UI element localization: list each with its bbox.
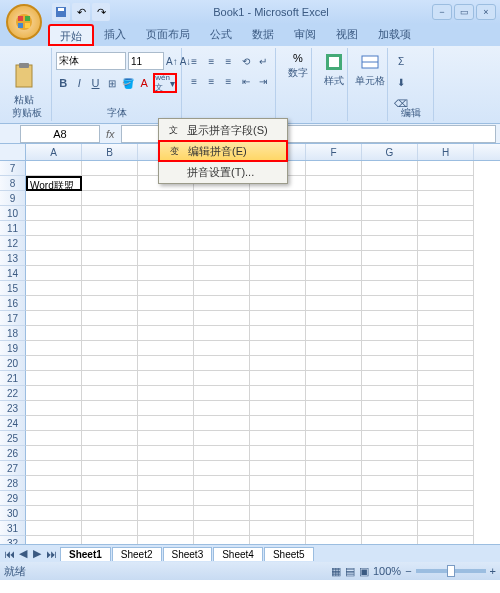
cell[interactable]	[138, 206, 194, 221]
cell[interactable]	[362, 191, 418, 206]
cell[interactable]	[138, 326, 194, 341]
row-header[interactable]: 17	[0, 311, 26, 326]
maximize-button[interactable]: ▭	[454, 4, 474, 20]
cell[interactable]	[362, 281, 418, 296]
cell[interactable]	[418, 461, 474, 476]
redo-icon[interactable]: ↷	[92, 3, 110, 21]
cell[interactable]	[362, 266, 418, 281]
cell[interactable]	[194, 356, 250, 371]
cell[interactable]	[306, 521, 362, 536]
tab-data[interactable]: 数据	[242, 24, 284, 46]
cell[interactable]	[82, 356, 138, 371]
row-header[interactable]: 12	[0, 236, 26, 251]
cell[interactable]	[250, 521, 306, 536]
cell[interactable]	[250, 236, 306, 251]
col-header[interactable]: A	[26, 144, 82, 160]
office-button[interactable]	[6, 4, 42, 40]
cell[interactable]	[250, 491, 306, 506]
underline-button[interactable]: U	[88, 74, 102, 92]
cell[interactable]	[26, 371, 82, 386]
row-header[interactable]: 27	[0, 461, 26, 476]
row-header[interactable]: 28	[0, 476, 26, 491]
cell[interactable]	[82, 266, 138, 281]
next-sheet-icon[interactable]: ▶	[30, 547, 44, 561]
cell[interactable]	[82, 476, 138, 491]
tab-pagelayout[interactable]: 页面布局	[136, 24, 200, 46]
cell[interactable]	[306, 491, 362, 506]
cell[interactable]	[194, 326, 250, 341]
col-header[interactable]: F	[306, 144, 362, 160]
cell[interactable]	[306, 401, 362, 416]
cell[interactable]	[418, 416, 474, 431]
cell[interactable]	[82, 506, 138, 521]
cell[interactable]	[194, 386, 250, 401]
cell[interactable]	[194, 416, 250, 431]
cell[interactable]	[194, 371, 250, 386]
row-header[interactable]: 13	[0, 251, 26, 266]
cell[interactable]	[138, 251, 194, 266]
cell[interactable]	[250, 536, 306, 544]
cell[interactable]	[362, 341, 418, 356]
cell[interactable]	[418, 431, 474, 446]
view-layout-icon[interactable]: ▤	[345, 565, 355, 578]
cell[interactable]	[362, 506, 418, 521]
row-header[interactable]: 25	[0, 431, 26, 446]
cell[interactable]	[306, 161, 362, 176]
cell[interactable]	[26, 191, 82, 206]
cell[interactable]	[250, 311, 306, 326]
cell[interactable]	[138, 236, 194, 251]
cell[interactable]	[418, 251, 474, 266]
cell[interactable]	[306, 206, 362, 221]
cell[interactable]	[82, 326, 138, 341]
zoom-in-button[interactable]: +	[490, 565, 496, 577]
cell[interactable]	[82, 236, 138, 251]
fx-icon[interactable]: fx	[106, 128, 115, 140]
cell[interactable]	[26, 281, 82, 296]
cell[interactable]	[306, 506, 362, 521]
row-header[interactable]: 23	[0, 401, 26, 416]
cell[interactable]	[194, 461, 250, 476]
dd-edit-pinyin[interactable]: 变 编辑拼音(E)	[158, 140, 288, 162]
cell[interactable]	[418, 236, 474, 251]
cell[interactable]	[82, 491, 138, 506]
cell[interactable]	[362, 431, 418, 446]
cell[interactable]	[82, 191, 138, 206]
cell[interactable]	[306, 536, 362, 544]
sheet-tab[interactable]: Sheet3	[163, 547, 213, 561]
cell[interactable]	[26, 461, 82, 476]
cell[interactable]	[362, 161, 418, 176]
cell[interactable]	[250, 356, 306, 371]
cell[interactable]	[26, 266, 82, 281]
cell[interactable]	[194, 506, 250, 521]
cell[interactable]	[250, 506, 306, 521]
cell[interactable]	[194, 266, 250, 281]
cell[interactable]	[418, 401, 474, 416]
cell[interactable]	[250, 416, 306, 431]
cell[interactable]	[194, 221, 250, 236]
row-header[interactable]: 30	[0, 506, 26, 521]
dd-pinyin-settings[interactable]: 拼音设置(T)...	[159, 161, 287, 183]
cell[interactable]	[194, 476, 250, 491]
cell[interactable]	[418, 506, 474, 521]
cell[interactable]	[26, 251, 82, 266]
border-button[interactable]: ⊞	[105, 74, 119, 92]
cell[interactable]	[250, 446, 306, 461]
font-color-button[interactable]: A	[137, 74, 151, 92]
cell[interactable]	[362, 491, 418, 506]
cell[interactable]	[26, 296, 82, 311]
cell[interactable]	[26, 431, 82, 446]
cell[interactable]	[26, 521, 82, 536]
align-left-icon[interactable]: ≡	[186, 72, 202, 90]
cell[interactable]	[26, 536, 82, 544]
row-header[interactable]: 8	[0, 176, 26, 191]
cell[interactable]	[306, 416, 362, 431]
cell[interactable]	[250, 326, 306, 341]
cell[interactable]	[306, 476, 362, 491]
font-name-select[interactable]	[56, 52, 126, 70]
align-top-icon[interactable]: ≡	[186, 52, 202, 70]
cell[interactable]	[362, 461, 418, 476]
cell[interactable]	[82, 311, 138, 326]
cell[interactable]	[362, 176, 418, 191]
cell[interactable]	[194, 401, 250, 416]
tab-review[interactable]: 审阅	[284, 24, 326, 46]
